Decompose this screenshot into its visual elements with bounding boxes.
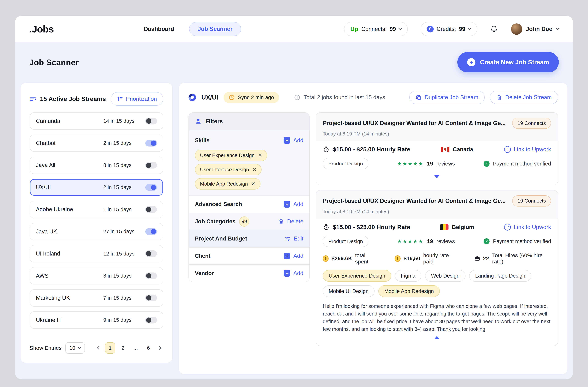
expand-job-button[interactable] <box>323 175 551 182</box>
tag-close-icon[interactable]: ✕ <box>251 181 255 187</box>
job-category-tag: Product Design <box>323 158 369 169</box>
avatar <box>511 23 522 35</box>
total-hires-stat: 22 Total Hires (60% hire rate) <box>475 252 551 265</box>
stream-row[interactable]: Marketing UK 7 in 15 days <box>30 289 163 307</box>
page-button-6[interactable]: 6 <box>143 342 153 353</box>
streams-footer: Show Entries 10 1 2 ... 6 <box>30 342 163 353</box>
prioritization-button[interactable]: Prioritization <box>111 92 163 106</box>
stream-toggle[interactable] <box>145 184 157 191</box>
job-skill-tag-matched: Mobile App Redesign <box>378 285 440 297</box>
stream-row[interactable]: Java All 8 in 15 days <box>30 157 163 174</box>
nav-right: Up Connects: 99 $ Credits: 99 J <box>344 22 559 36</box>
sync-clock-icon <box>229 94 235 101</box>
stream-toggle[interactable] <box>145 272 157 279</box>
stream-toggle[interactable] <box>145 250 157 257</box>
delete-job-categories-button[interactable]: Delete <box>278 218 303 225</box>
stream-row[interactable]: Java UK 27 in 15 days <box>30 223 163 240</box>
canada-flag-icon <box>441 147 449 152</box>
add-skill-button[interactable]: + Add <box>284 137 303 144</box>
stream-count: 9 in 15 days <box>103 317 145 323</box>
stream-toggle[interactable] <box>145 206 157 213</box>
stream-toggle[interactable] <box>145 140 157 146</box>
job-title[interactable]: Project-based UI/UX Designer Wanted for … <box>323 198 506 204</box>
delete-job-stream-button[interactable]: Delete Job Stream <box>490 91 558 104</box>
add-client-button[interactable]: + Add <box>284 253 303 259</box>
stream-name: UI Ireland <box>36 250 103 257</box>
chevron-down-icon <box>434 175 440 178</box>
app-logo: .Jobs <box>29 23 54 35</box>
job-title[interactable]: Project-based UI/UX Designer Wanted for … <box>323 120 506 126</box>
bell-icon[interactable] <box>490 25 498 33</box>
chevron-right-icon <box>158 346 161 350</box>
page-prev-button[interactable] <box>95 345 103 351</box>
add-advanced-search-button[interactable]: + Add <box>284 201 303 208</box>
stream-toggle[interactable] <box>145 118 157 124</box>
job-card-header: Project-based UI/UX Designer Wanted for … <box>316 190 558 219</box>
skill-tag-label: Mobile App Redesign <box>200 181 248 187</box>
stream-row-selected[interactable]: UX/UI 2 in 15 days <box>30 179 163 196</box>
page-button-1[interactable]: 1 <box>105 342 115 353</box>
stream-name: UX/UI <box>36 184 103 191</box>
link-to-upwork-label: Link to Upwork <box>514 146 551 153</box>
stream-name: Adobe Ukraine <box>36 206 103 213</box>
link-to-upwork[interactable]: up Link to Upwork <box>504 146 551 153</box>
link-to-upwork[interactable]: up Link to Upwork <box>504 224 551 231</box>
stream-row[interactable]: AWS 3 in 15 days <box>30 267 163 285</box>
create-job-stream-button[interactable]: + Create New Job Stream <box>457 52 559 72</box>
stream-row[interactable]: Adobe Ukraine 1 in 15 days <box>30 201 163 218</box>
add-vendor-button[interactable]: + Add <box>284 270 303 277</box>
credits-coin-icon: $ <box>427 26 434 32</box>
edit-label: Edit <box>294 235 303 242</box>
stream-pie-icon <box>189 94 196 101</box>
sync-status-label: Sync 2 min ago <box>238 94 274 101</box>
tag-close-icon[interactable]: ✕ <box>252 167 256 173</box>
connects-label: Connects: <box>361 26 387 32</box>
streams-header: 15 Active Job Streams Prioritization <box>30 92 163 106</box>
total-hires-value: 22 <box>483 255 489 262</box>
duplicate-job-stream-button[interactable]: Duplicate Job Stream <box>409 91 485 104</box>
nav-job-scanner[interactable]: Job Scanner <box>189 22 241 36</box>
add-icon: + <box>284 253 290 259</box>
hourly-paid-label: hourly rate paid <box>423 252 457 265</box>
stream-name: Java All <box>36 162 103 168</box>
chevron-down-icon <box>398 26 402 30</box>
skills-section: Skills + Add User Experience Design ✕ <box>189 130 309 196</box>
credits-dropdown[interactable]: $ Credits: 99 <box>421 22 477 36</box>
collapse-job-button[interactable] <box>323 335 551 343</box>
entries-select[interactable]: 10 <box>65 342 85 353</box>
user-menu[interactable]: John Doe <box>511 23 559 35</box>
credits-label: Credits: <box>437 26 456 32</box>
stream-row[interactable]: UI Ireland 12 in 15 days <box>30 245 163 262</box>
trash-icon <box>278 219 284 224</box>
filters-header: Filters <box>189 113 309 130</box>
stream-toggle[interactable] <box>145 162 157 168</box>
stream-row[interactable]: Ukraine IT 9 in 15 days <box>30 311 163 329</box>
job-skill-tag: Landing Page Design <box>469 270 531 282</box>
stream-row[interactable]: Chatbot 2 in 15 days <box>30 135 163 152</box>
project-budget-row: Project And Budget Edit <box>189 230 309 247</box>
stream-toggle[interactable] <box>145 295 157 301</box>
sync-status-pill[interactable]: Sync 2 min ago <box>224 92 279 103</box>
job-posted-time: Today at 8:19 PM (14 minutes) <box>323 131 551 137</box>
stream-row[interactable]: Camunda 14 in 15 days <box>30 112 163 130</box>
upwork-logo-icon: Up <box>350 26 358 32</box>
connects-dropdown[interactable]: Up Connects: 99 <box>344 22 408 36</box>
tag-close-icon[interactable]: ✕ <box>258 152 262 158</box>
page-button-2[interactable]: 2 <box>118 342 128 353</box>
nav-dashboard[interactable]: Dashboard <box>144 26 174 32</box>
job-card: Project-based UI/UX Designer Wanted for … <box>316 112 558 185</box>
add-icon: + <box>284 137 290 144</box>
stream-toggle[interactable] <box>145 228 157 235</box>
page-next-button[interactable] <box>156 345 163 351</box>
chevron-down-icon <box>556 26 559 30</box>
hourly-rate: $15.00 - $25.00 Hourly Rate <box>333 224 410 231</box>
duplicate-icon <box>416 94 421 101</box>
edit-project-budget-button[interactable]: Edit <box>285 235 303 242</box>
stream-toggle[interactable] <box>145 317 157 324</box>
stream-count: 7 in 15 days <box>103 295 145 301</box>
chevron-down-icon <box>468 26 471 30</box>
client-label: Client <box>195 253 210 259</box>
job-categories-label: Job Categories 99 <box>195 216 250 226</box>
stream-count: 2 in 15 days <box>103 184 145 190</box>
job-categories-count-badge: 99 <box>239 216 249 226</box>
